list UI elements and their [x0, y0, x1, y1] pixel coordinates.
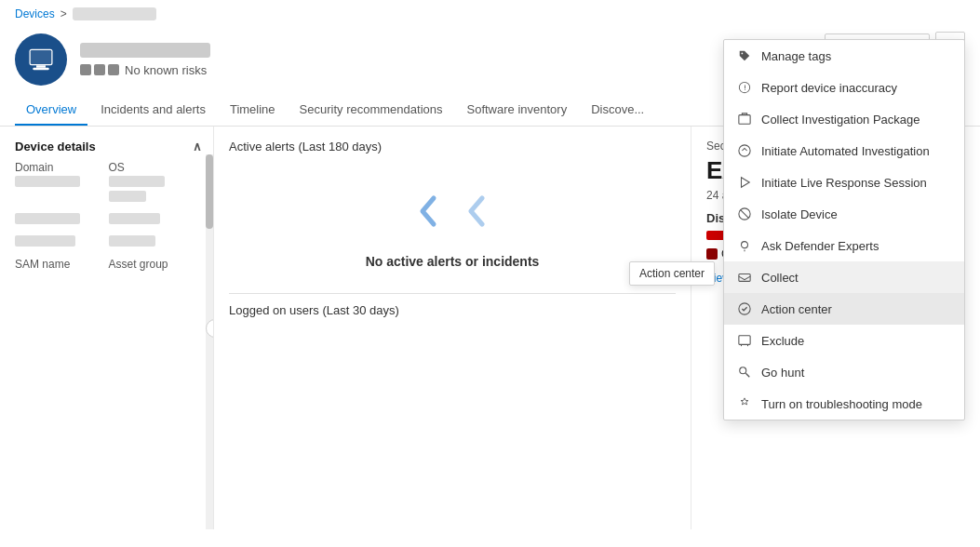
- svg-line-9: [741, 210, 749, 219]
- sidebar-scrollbar[interactable]: [206, 154, 213, 529]
- svg-rect-1: [36, 65, 46, 68]
- tab-timeline[interactable]: Timeline: [219, 95, 287, 126]
- dropdown-item-ask-experts[interactable]: Ask Defender Experts: [724, 230, 964, 261]
- no-known-risks-label: No known risks: [125, 63, 207, 77]
- sidebar-row-headers: Domain OS: [15, 161, 198, 202]
- sidebar-data-row-1: [15, 213, 198, 224]
- collect-pkg-icon: [737, 112, 752, 127]
- no-alerts-chevron-right: [456, 191, 497, 232]
- svg-point-10: [742, 242, 748, 248]
- dropdown-item-manage-tags[interactable]: Manage tags: [724, 40, 964, 72]
- sam-name-label: SAM name: [15, 258, 105, 271]
- sidebar-data-row-2: [15, 235, 198, 247]
- no-alerts-text: No active alerts or incidents: [366, 254, 540, 269]
- sidebar-scroll-thumb[interactable]: [206, 154, 213, 229]
- dropdown-item-exclude[interactable]: Exclude: [724, 325, 964, 356]
- dropdown-item-isolate[interactable]: Isolate Device: [724, 198, 964, 230]
- dropdown-item-collect-package[interactable]: Collect Investigation Package: [724, 103, 964, 135]
- domain-value: [15, 176, 80, 187]
- risk-dots: [80, 64, 119, 75]
- device-details-title: Device details: [15, 140, 96, 153]
- isolate-device-label: Isolate Device: [761, 207, 838, 221]
- tab-overview[interactable]: Overview: [15, 95, 87, 126]
- logged-on-title: Logged on users (Last 30 days): [229, 303, 676, 317]
- device-avatar: [15, 33, 67, 86]
- left-sidebar: Device details ∧ Domain OS: [0, 127, 214, 529]
- dropdown-item-collect[interactable]: Collect Action center: [724, 261, 964, 293]
- sidebar-sam-row: SAM name Asset group: [15, 258, 198, 273]
- live-response-icon: [737, 175, 752, 190]
- os-value2: [109, 191, 146, 202]
- breadcrumb: Devices >: [0, 0, 980, 28]
- svg-point-6: [739, 145, 750, 156]
- tab-discover[interactable]: Discove...: [580, 95, 655, 126]
- dropdown-menu: Manage tags Report device inaccuracy Col…: [723, 39, 965, 420]
- svg-rect-14: [739, 336, 750, 345]
- os-data-1: [109, 213, 160, 224]
- breadcrumb-current: [73, 7, 156, 20]
- action-center-icon: [737, 301, 752, 316]
- dropdown-item-report-inaccuracy[interactable]: Report device inaccuracy: [724, 72, 964, 103]
- tab-software-inventory[interactable]: Software inventory: [455, 95, 578, 126]
- device-avatar-icon: [27, 46, 55, 73]
- svg-rect-2: [33, 68, 49, 71]
- os-value: [109, 176, 165, 187]
- sidebar-table: Domain OS: [0, 161, 213, 273]
- domain-data-2: [15, 235, 75, 247]
- no-alerts-chevron-left: [408, 191, 449, 232]
- asset-group-label: Asset group: [109, 258, 199, 271]
- action-center-label: Action center: [761, 302, 832, 316]
- report-inaccuracy-label: Report device inaccuracy: [761, 81, 897, 95]
- no-alerts-area: No active alerts or incidents: [229, 163, 676, 278]
- collect-label: Collect: [761, 271, 799, 285]
- svg-line-18: [745, 373, 749, 377]
- svg-rect-4: [31, 50, 52, 64]
- svg-marker-7: [742, 178, 750, 188]
- report-icon: [737, 80, 752, 95]
- dropdown-item-troubleshoot[interactable]: Turn on troubleshooting mode: [724, 388, 964, 420]
- no-alerts-icon: [408, 191, 497, 232]
- ask-experts-label: Ask Defender Experts: [761, 239, 879, 253]
- tag-icon: [737, 48, 752, 63]
- dropdown-item-action-center[interactable]: Action center: [724, 293, 964, 325]
- tab-incidents-alerts[interactable]: Incidents and alerts: [89, 95, 217, 126]
- auto-investigation-label: Initiate Automated Investigation: [761, 144, 930, 158]
- troubleshoot-label: Turn on troubleshooting mode: [761, 397, 922, 411]
- live-response-label: Initiate Live Response Session: [761, 176, 927, 190]
- domain-label: Domain: [15, 161, 105, 174]
- dropdown-item-auto-investigation[interactable]: Initiate Automated Investigation: [724, 135, 964, 167]
- dropdown-item-live-response[interactable]: Initiate Live Response Session: [724, 167, 964, 198]
- ask-experts-icon: [737, 238, 752, 253]
- panel-divider: [229, 293, 676, 294]
- center-panel: Active alerts (Last 180 days) No active …: [214, 127, 691, 529]
- breadcrumb-separator: >: [60, 7, 67, 20]
- tab-security-recommendations[interactable]: Security recommendations: [289, 95, 454, 126]
- domain-data-1: [15, 213, 80, 224]
- collect-icon: [737, 270, 752, 285]
- sidebar-header: Device details ∧: [0, 136, 213, 161]
- dropdown-item-go-hunt[interactable]: Go hunt: [724, 356, 964, 388]
- sidebar-collapse-button[interactable]: ∧: [193, 140, 202, 153]
- breadcrumb-devices-link[interactable]: Devices: [15, 7, 55, 20]
- action-center-tooltip: Action center: [629, 261, 715, 286]
- svg-rect-5: [739, 115, 750, 125]
- device-name-blur: [80, 43, 210, 58]
- critical-dot: [706, 248, 718, 260]
- exclude-label: Exclude: [761, 334, 804, 348]
- isolate-icon: [737, 207, 752, 221]
- exclude-icon: [737, 333, 752, 348]
- auto-investigate-icon: [737, 143, 752, 158]
- go-hunt-icon: [737, 365, 752, 380]
- collect-package-label: Collect Investigation Package: [761, 113, 920, 127]
- svg-point-17: [740, 367, 746, 374]
- go-hunt-label: Go hunt: [761, 366, 804, 380]
- alerts-panel-title: Active alerts (Last 180 days): [229, 140, 676, 153]
- troubleshoot-icon: [737, 396, 752, 411]
- os-data-2: [109, 235, 155, 247]
- os-label: OS: [109, 161, 199, 174]
- manage-tags-label: Manage tags: [761, 49, 831, 63]
